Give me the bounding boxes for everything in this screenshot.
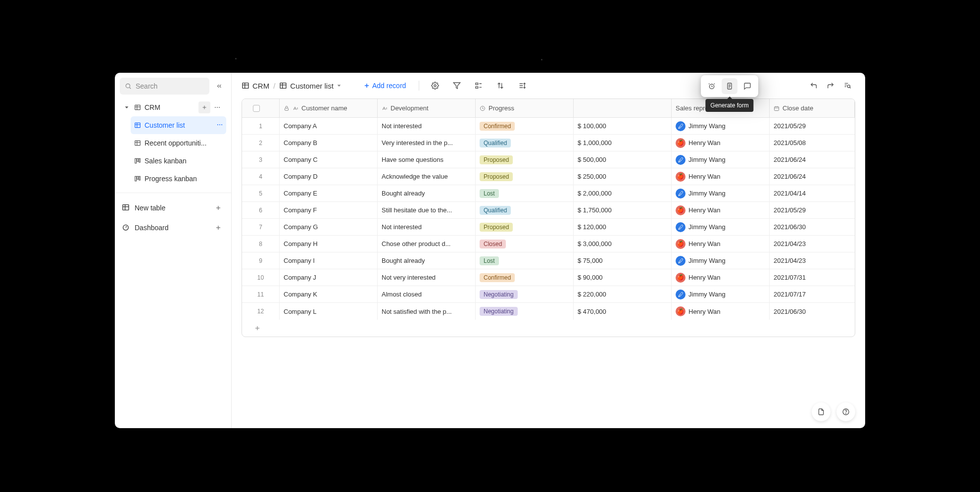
cell-customer-name[interactable]: Company K: [280, 286, 378, 302]
table-row[interactable]: 11 Company K Almost closed Negotiating $…: [242, 286, 855, 303]
cell-sales-rep[interactable]: 🍎Henry Wan: [672, 269, 770, 286]
cell-development[interactable]: Acknowledge the value: [378, 168, 476, 185]
cell-sales-rep[interactable]: 🖊Jimmy Wang: [672, 151, 770, 168]
cell-deal-value[interactable]: $ 100,000: [574, 118, 672, 134]
table-row[interactable]: 8 Company H Chose other product d... Clo…: [242, 236, 855, 252]
sidebar-item[interactable]: Progress kanban: [131, 170, 226, 188]
cell-deal-value[interactable]: $ 220,000: [574, 286, 672, 302]
cell-deal-value[interactable]: $ 470,000: [574, 303, 672, 320]
cell-customer-name[interactable]: Company A: [280, 118, 378, 134]
cell-sales-rep[interactable]: 🖊Jimmy Wang: [672, 286, 770, 302]
cell-sales-rep[interactable]: 🍎Henry Wan: [672, 135, 770, 151]
item-more-button[interactable]: [216, 121, 223, 130]
dashboard-row[interactable]: Dashboard: [115, 218, 231, 238]
add-table-button[interactable]: [198, 101, 210, 113]
cell-development[interactable]: Not satisfied with the p...: [378, 303, 476, 320]
cell-development[interactable]: Not interested: [378, 118, 476, 134]
cell-close-date[interactable]: 2021/05/29: [770, 118, 855, 134]
cell-deal-value[interactable]: $ 1,750,000: [574, 202, 672, 218]
cell-development[interactable]: Chose other product d...: [378, 236, 476, 252]
cell-customer-name[interactable]: Company G: [280, 219, 378, 235]
search-input[interactable]: Search: [120, 78, 209, 95]
cell-close-date[interactable]: 2021/07/17: [770, 286, 855, 302]
cell-customer-name[interactable]: Company B: [280, 135, 378, 151]
cell-development[interactable]: Bought already: [378, 252, 476, 269]
cell-close-date[interactable]: 2021/05/08: [770, 135, 855, 151]
notes-fab[interactable]: [812, 402, 831, 421]
cell-sales-rep[interactable]: 🖊Jimmy Wang: [672, 118, 770, 134]
cell-close-date[interactable]: 2021/04/14: [770, 185, 855, 201]
help-fab[interactable]: [836, 402, 855, 421]
cell-sales-rep[interactable]: 🍎Henry Wan: [672, 303, 770, 320]
cell-customer-name[interactable]: Company D: [280, 168, 378, 185]
reminder-button[interactable]: [704, 78, 720, 94]
cell-close-date[interactable]: 2021/05/29: [770, 202, 855, 218]
cell-progress[interactable]: Proposed: [476, 219, 574, 235]
new-table-row[interactable]: New table: [115, 198, 231, 218]
cell-progress[interactable]: Closed: [476, 236, 574, 252]
cell-customer-name[interactable]: Company I: [280, 252, 378, 269]
row-height-button[interactable]: [514, 78, 530, 94]
cell-close-date[interactable]: 2021/04/23: [770, 236, 855, 252]
cell-progress[interactable]: Proposed: [476, 151, 574, 168]
add-record-button[interactable]: Add record: [358, 79, 411, 93]
cell-close-date[interactable]: 2021/06/30: [770, 219, 855, 235]
cell-development[interactable]: Have some questions: [378, 151, 476, 168]
cell-close-date[interactable]: 2021/07/31: [770, 269, 855, 286]
table-row[interactable]: 7 Company G Not interested Proposed $ 12…: [242, 219, 855, 236]
col-select[interactable]: [242, 99, 280, 117]
cell-deal-value[interactable]: $ 90,000: [574, 269, 672, 286]
comment-button[interactable]: [739, 78, 755, 94]
add-row-button[interactable]: [242, 320, 855, 337]
cell-deal-value[interactable]: $ 500,000: [574, 151, 672, 168]
cell-sales-rep[interactable]: 🖊Jimmy Wang: [672, 219, 770, 235]
collapse-sidebar-button[interactable]: [212, 79, 226, 93]
cell-deal-value[interactable]: $ 2,000,000: [574, 185, 672, 201]
sidebar-item[interactable]: Customer list: [131, 116, 226, 134]
cell-sales-rep[interactable]: 🖊Jimmy Wang: [672, 252, 770, 269]
cell-progress[interactable]: Lost: [476, 185, 574, 201]
cell-deal-value[interactable]: $ 75,000: [574, 252, 672, 269]
filter-button[interactable]: [449, 78, 465, 94]
cell-development[interactable]: Still hesitate due to the...: [378, 202, 476, 218]
cell-development[interactable]: Very interested in the p...: [378, 135, 476, 151]
cell-close-date[interactable]: 2021/06/24: [770, 151, 855, 168]
table-row[interactable]: 2 Company B Very interested in the p... …: [242, 135, 855, 151]
cell-deal-value[interactable]: $ 120,000: [574, 219, 672, 235]
cell-progress[interactable]: Lost: [476, 252, 574, 269]
table-row[interactable]: 4 Company D Acknowledge the value Propos…: [242, 168, 855, 185]
cell-deal-value[interactable]: $ 250,000: [574, 168, 672, 185]
cell-deal-value[interactable]: $ 1,000,000: [574, 135, 672, 151]
breadcrumb-crm[interactable]: CRM: [242, 82, 269, 90]
new-table-add-button[interactable]: [212, 202, 224, 214]
cell-close-date[interactable]: 2021/04/23: [770, 252, 855, 269]
undo-button[interactable]: [806, 78, 822, 94]
table-row[interactable]: 3 Company C Have some questions Proposed…: [242, 151, 855, 168]
workspace-row-crm[interactable]: CRM: [120, 98, 226, 116]
cell-progress[interactable]: Proposed: [476, 168, 574, 185]
cell-progress[interactable]: Confirmed: [476, 269, 574, 286]
table-row[interactable]: 10 Company J Not very interested Confirm…: [242, 269, 855, 286]
find-button[interactable]: [839, 78, 855, 94]
cell-sales-rep[interactable]: 🍎Henry Wan: [672, 236, 770, 252]
col-progress[interactable]: Progress: [476, 99, 574, 117]
sidebar-item[interactable]: Recent opportuniti...: [131, 134, 226, 152]
col-customer-name[interactable]: Customer name: [280, 99, 378, 117]
cell-customer-name[interactable]: Company L: [280, 303, 378, 320]
table-row[interactable]: 12 Company L Not satisfied with the p...…: [242, 303, 855, 320]
cell-progress[interactable]: Qualified: [476, 202, 574, 218]
generate-form-button[interactable]: Generate form: [722, 78, 737, 94]
group-button[interactable]: [471, 78, 487, 94]
table-row[interactable]: 5 Company E Bought already Lost $ 2,000,…: [242, 185, 855, 202]
cell-progress[interactable]: Confirmed: [476, 118, 574, 134]
table-row[interactable]: 9 Company I Bought already Lost $ 75,000…: [242, 252, 855, 269]
cell-sales-rep[interactable]: 🍎Henry Wan: [672, 168, 770, 185]
col-development[interactable]: Development: [378, 99, 476, 117]
breadcrumb-view[interactable]: Customer list: [279, 82, 342, 90]
checkbox[interactable]: [253, 105, 260, 112]
cell-development[interactable]: Not interested: [378, 219, 476, 235]
cell-customer-name[interactable]: Company J: [280, 269, 378, 286]
redo-button[interactable]: [823, 78, 838, 94]
col-close-date[interactable]: Close date: [770, 99, 855, 117]
settings-button[interactable]: [427, 78, 443, 94]
